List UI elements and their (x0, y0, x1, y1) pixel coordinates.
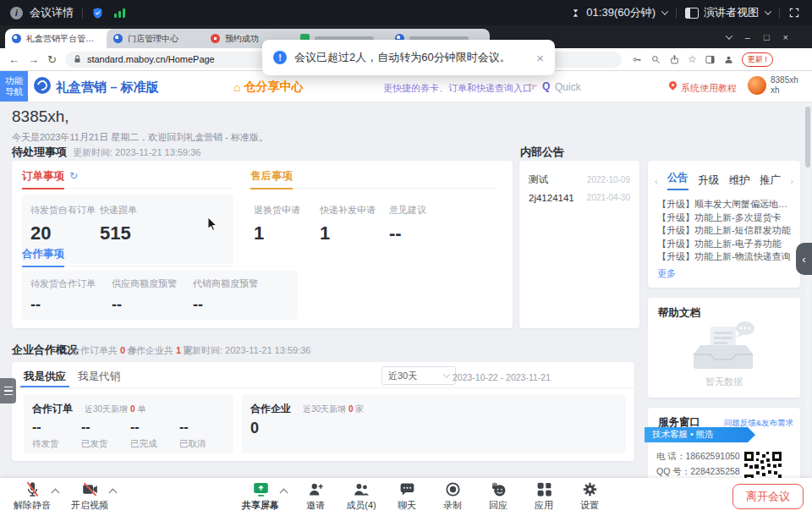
toast-close-icon[interactable]: × (536, 51, 544, 65)
view-caret-icon[interactable] (765, 8, 771, 14)
browser-tab-active[interactable]: 礼盒营销平台管理中心 × (5, 29, 118, 48)
hourglass-icon (570, 8, 581, 19)
meeting-info-icon[interactable]: i (10, 7, 23, 19)
chevron-left-icon[interactable]: ‹ (655, 176, 658, 186)
network-signal-icon[interactable] (114, 8, 125, 18)
tab-maintenance[interactable]: 维护 (729, 173, 750, 188)
window-maximize-icon[interactable]: □ (764, 32, 770, 42)
forward-icon[interactable]: → (28, 53, 39, 66)
inc-prefix: 近30天新增 (85, 404, 128, 414)
shield-check-icon[interactable] (91, 7, 104, 19)
back-icon[interactable]: ← (8, 53, 19, 66)
window-menu-caret-icon[interactable] (726, 32, 732, 39)
page-scrollbar-thumb[interactable] (805, 107, 810, 167)
invite-button[interactable]: 邀请 (291, 480, 340, 512)
browser-tab[interactable]: 门店管理中心 × (107, 29, 216, 48)
meeting-details-label[interactable]: 会议详情 (30, 5, 74, 20)
tab-aftersale-items[interactable]: 售后事项 (250, 169, 293, 189)
coop-firms-count: 1 (176, 345, 181, 355)
quick-search-icon[interactable]: Q (542, 80, 550, 92)
coop-stats-panel: 待发货合作订单 -- 供应商额度预警 -- 代销商额度预警 -- (22, 271, 298, 320)
padlock-icon (73, 54, 82, 64)
timer-caret-icon[interactable] (661, 8, 668, 14)
help-docs-title: 帮助文档 (658, 306, 700, 321)
apps-button[interactable]: 应用 (519, 480, 568, 512)
announcement-item[interactable]: 【升级】功能上新-短信群发功能 (657, 224, 793, 238)
tab-coop-items[interactable]: 合作事项 (22, 247, 64, 267)
chat-bubble-icon (398, 480, 416, 498)
phone-label: 电 话： (656, 451, 685, 461)
profile-icon[interactable] (723, 54, 734, 65)
apps-grid-icon (535, 480, 553, 498)
fullscreen-icon[interactable] (788, 7, 800, 19)
view-mode-label[interactable]: 演讲者视图 (704, 5, 759, 20)
tab-order-items[interactable]: 订单事项 (22, 169, 64, 189)
reactions-button[interactable]: 回应 (474, 480, 523, 512)
chat-button[interactable]: 聊天 (382, 480, 431, 512)
function-nav-toggle[interactable]: 功能 导航 (0, 71, 28, 102)
notice-row[interactable]: 2j4124141 2021-04-30 (519, 189, 639, 206)
announcement-item[interactable]: 【升级】功能上新-物流快递查询 (657, 250, 793, 264)
chevron-right-icon[interactable]: › (790, 176, 793, 186)
reload-icon[interactable]: ↻ (47, 53, 57, 66)
inc-prefix: 近30天新增 (303, 404, 346, 414)
floating-menu-widget[interactable] (0, 378, 16, 403)
share-screen-button[interactable]: 共享屏幕 (236, 480, 285, 512)
share-icon[interactable] (669, 54, 680, 65)
tab-upgrade[interactable]: 升级 (698, 173, 719, 188)
quick-label[interactable]: Quick (555, 81, 581, 93)
refresh-icon[interactable]: ↻ (69, 170, 78, 182)
user-avatar[interactable] (748, 76, 766, 95)
tab-promotion[interactable]: 推广 (760, 173, 781, 188)
user-name-block[interactable]: 8385xh xh (771, 75, 798, 96)
coop-firms-value: 0 (250, 420, 259, 437)
inc-count: 0 (348, 404, 354, 414)
tab-title: 礼盒营销平台管理中心 (26, 33, 94, 45)
zoom-icon[interactable] (650, 54, 661, 65)
muted-mic-icon (24, 480, 41, 498)
record-button[interactable]: 录制 (428, 480, 477, 512)
info-icon: ! (273, 51, 287, 64)
bookmark-star-icon[interactable]: ☆ (688, 53, 697, 65)
support-agent-ribbon: 技术客服 • 熊浩 (645, 427, 755, 442)
tab-i-am-supplier[interactable]: 我是供应 (24, 370, 66, 384)
coop-orders-prefix: 合作订单共 (71, 345, 118, 355)
warehouse-share-center-link[interactable]: ⌂ 仓分享中心 (233, 80, 303, 95)
coop-orders-panel-title: 合作订单 (32, 402, 73, 416)
window-minimize-icon[interactable]: – (745, 32, 750, 42)
coop-overview-card: 我是供应 我是代销 近30天 2023-10-22 - 2023-11-21 合… (12, 362, 634, 461)
video-off-icon (81, 480, 99, 498)
date-range-select[interactable]: 近30天 (381, 366, 456, 385)
record-icon (444, 480, 462, 498)
todo-card: 订单事项↻ 待发货自有订单 20 快递跟单 515 售后事项 退换货申请 1 快… (12, 161, 513, 328)
user-name: 8385xh (771, 75, 798, 85)
service-phone-row: 电 话：18662591050 (656, 451, 740, 463)
window-close-icon[interactable]: × (783, 32, 788, 42)
system-tutorial-link[interactable]: 系统使用教程 (681, 82, 737, 95)
coop-section-title: 企业合作概况 (12, 343, 78, 358)
meeting-timer[interactable]: 01:39(60分钟) (586, 5, 656, 20)
members-label: 成员(4) (346, 499, 376, 512)
notice-label: 2j4124141 (529, 193, 574, 203)
tab-announce[interactable]: 公告 (667, 171, 689, 190)
tab-i-am-reseller[interactable]: 我是代销 (78, 370, 120, 384)
user-sub-name: xh (771, 85, 798, 96)
unmute-button[interactable]: 解除静音 (8, 480, 57, 512)
settings-button[interactable]: 设置 (565, 480, 614, 512)
url-text: standard.maboy.cn/HomePage (87, 54, 215, 64)
share-screen-label: 共享屏幕 (242, 499, 279, 512)
announcement-item[interactable]: 【升级】功能上新-多次提货卡 (657, 211, 793, 225)
members-button[interactable]: 成员(4) (337, 480, 386, 512)
collapse-panel-handle[interactable]: ‹ (796, 243, 812, 275)
notice-row[interactable]: 测试 2022-10-09 (519, 171, 639, 189)
announcement-item[interactable]: 【升级】功能上新-电子券功能 (657, 238, 793, 251)
side-panel-icon[interactable] (705, 54, 716, 65)
start-video-button[interactable]: 开启视频 (65, 480, 114, 512)
pointing-hand-icon: ☞ (528, 80, 538, 93)
chrome-update-button[interactable]: 更新 ! (742, 52, 773, 67)
leave-meeting-button[interactable]: 离开会议 (732, 484, 804, 509)
coop-tab-head: 合作事项 (22, 245, 233, 266)
key-icon[interactable] (632, 54, 643, 65)
announcement-item[interactable]: 【升级】顺丰发大闸蟹偏远地区不成功问... (657, 198, 793, 211)
announcement-more-link[interactable]: 更多 (657, 267, 676, 280)
